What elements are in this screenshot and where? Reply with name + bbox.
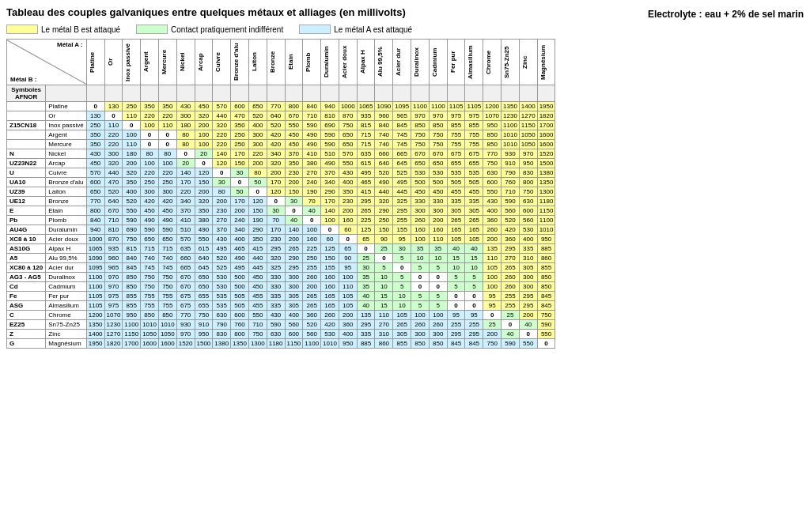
cell-7-14: 430 — [339, 168, 357, 178]
cell-0-21: 1105 — [465, 102, 483, 111]
cell-22-19: 100 — [429, 311, 447, 320]
cell-4-15: 715 — [357, 140, 375, 149]
row-name-0: Platine — [46, 102, 86, 111]
cell-6-3: 100 — [141, 159, 159, 168]
cell-20-6: 655 — [195, 292, 213, 301]
cell-3-12: 490 — [303, 130, 321, 140]
cell-5-12: 410 — [303, 149, 321, 159]
cell-14-20: 105 — [447, 235, 465, 244]
cell-1-1: 0 — [104, 111, 123, 121]
cell-20-16: 15 — [375, 292, 393, 301]
cell-15-8: 465 — [231, 244, 249, 254]
cell-0-20: 1105 — [447, 102, 465, 111]
cell-21-11: 305 — [285, 301, 303, 311]
cell-18-4: 750 — [158, 273, 176, 282]
cell-24-14: 400 — [339, 330, 357, 339]
cell-3-21: 755 — [465, 130, 483, 140]
cell-15-9: 415 — [248, 244, 267, 254]
cell-18-23: 260 — [502, 273, 520, 282]
cell-21-2: 855 — [123, 301, 141, 311]
cell-7-12: 270 — [303, 168, 321, 178]
cell-23-10: 590 — [267, 320, 285, 330]
cell-19-15: 35 — [357, 282, 375, 292]
cell-23-14: 360 — [339, 320, 357, 330]
cell-23-7: 790 — [213, 320, 231, 330]
cell-24-19: 300 — [429, 330, 447, 339]
cell-5-10: 340 — [267, 149, 285, 159]
cell-15-12: 225 — [303, 244, 321, 254]
cell-10-8: 170 — [231, 197, 249, 206]
row-sym-22: C — [7, 311, 46, 320]
cell-2-24: 1150 — [519, 121, 537, 130]
cell-18-12: 260 — [303, 273, 321, 282]
cell-23-4: 1010 — [158, 320, 176, 330]
cell-7-20: 535 — [447, 168, 465, 178]
cell-18-21: 5 — [465, 273, 483, 282]
cell-11-11: 0 — [285, 206, 303, 216]
row-name-1: Or — [46, 111, 86, 121]
cell-11-4: 450 — [158, 206, 176, 216]
cell-9-9: 0 — [248, 187, 267, 197]
cell-17-12: 255 — [303, 263, 321, 273]
cell-13-15: 125 — [357, 225, 375, 235]
col-header-text-3: Argent — [142, 40, 150, 84]
sym-header-val-16 — [375, 85, 393, 102]
cell-25-8: 1350 — [231, 339, 249, 349]
cell-19-24: 300 — [519, 282, 537, 292]
cell-21-21: 0 — [465, 301, 483, 311]
cell-16-20: 15 — [447, 254, 465, 263]
legend-yellow-text: Le métal B est attaqué — [41, 25, 120, 34]
cell-7-10: 200 — [267, 168, 285, 178]
cell-0-1: 130 — [104, 102, 123, 111]
cell-25-13: 1010 — [321, 339, 339, 349]
cell-10-0: 770 — [86, 197, 104, 206]
cell-16-3: 740 — [141, 254, 159, 263]
col-header-text-7: Cuivre — [214, 40, 222, 84]
cell-17-3: 745 — [141, 263, 159, 273]
cell-17-6: 645 — [195, 263, 213, 273]
cell-1-23: 1230 — [502, 111, 520, 121]
cell-20-17: 10 — [393, 292, 411, 301]
col-header-20: Fer pur — [447, 40, 465, 85]
col-header-text-20: Fer pur — [449, 40, 457, 84]
cell-25-0: 1950 — [86, 339, 104, 349]
cell-11-2: 550 — [123, 206, 141, 216]
cell-5-18: 670 — [411, 149, 430, 159]
cell-23-1: 1230 — [104, 320, 123, 330]
cell-16-12: 250 — [303, 254, 321, 263]
cell-17-17: 0 — [393, 263, 411, 273]
cell-18-14: 100 — [339, 273, 357, 282]
cell-10-22: 430 — [483, 197, 502, 206]
col-header-text-16: Alu 99,5% — [376, 40, 384, 84]
cell-21-25: 845 — [537, 301, 555, 311]
cell-11-17: 295 — [393, 206, 411, 216]
cell-19-10: 330 — [267, 282, 285, 292]
cell-10-9: 120 — [248, 197, 267, 206]
cell-3-4: 0 — [158, 130, 176, 140]
cell-25-1: 1820 — [104, 339, 123, 349]
cell-8-1: 470 — [104, 178, 123, 187]
cell-1-15: 935 — [357, 111, 375, 121]
cell-0-16: 1090 — [375, 102, 393, 111]
cell-14-21: 105 — [465, 235, 483, 244]
cell-3-18: 750 — [411, 130, 430, 140]
cell-1-16: 960 — [375, 111, 393, 121]
cell-10-25: 1180 — [537, 197, 555, 206]
cell-8-18: 500 — [411, 178, 430, 187]
cell-12-5: 410 — [176, 216, 195, 225]
cell-10-6: 320 — [195, 197, 213, 206]
page-container: Tableau des couples galvaniques entre qu… — [6, 6, 804, 349]
cell-24-25: 550 — [537, 330, 555, 339]
cell-5-9: 220 — [248, 149, 267, 159]
cell-3-16: 740 — [375, 130, 393, 140]
cell-21-14: 105 — [339, 301, 357, 311]
cell-7-13: 370 — [321, 168, 339, 178]
col-header-2: Inox passivé — [123, 40, 141, 85]
cell-25-7: 1380 — [213, 339, 231, 349]
row-name-19: Cadmium — [46, 282, 86, 292]
cell-3-0: 350 — [86, 130, 104, 140]
legend-green-text: Contact pratiquement indifférent — [171, 25, 283, 34]
cell-15-11: 265 — [285, 244, 303, 254]
cell-15-25: 885 — [537, 244, 555, 254]
cell-9-10: 120 — [267, 187, 285, 197]
